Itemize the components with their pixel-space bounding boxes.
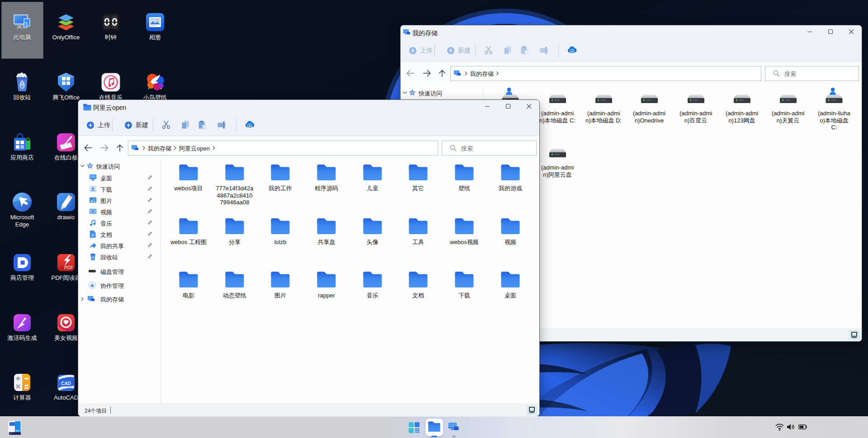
svg-text:CAD: CAD [61, 381, 71, 386]
svg-text:PDF: PDF [64, 265, 73, 270]
